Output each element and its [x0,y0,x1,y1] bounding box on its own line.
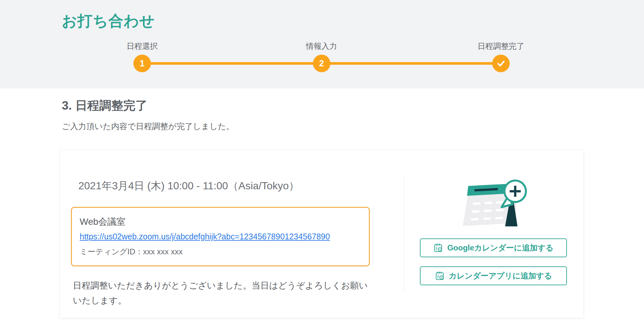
meeting-room-title: Web会議室 [80,216,361,228]
add-to-calendar-app-button[interactable]: カレンダーアプリに追加する [420,266,567,285]
vertical-divider [404,175,404,293]
section-description: ご入力頂いた内容で日程調整が完了しました。 [62,121,234,132]
thanks-message: 日程調整いただきありがとうございました。当日はどうぞよろしくお願いいたします。 [73,278,375,308]
page-header: お打ち合わせ 日程選択 1 情報入力 2 日程調整完了 [0,0,644,88]
calendar-actions-panel: Googleカレンダーに追加する カレンダーアプリに追加する [403,150,584,318]
meeting-details-panel: 2021年3月4日 (木) 10:00 - 11:00（Asia/Tokyo） … [60,150,403,318]
calendar-add-illustration-icon [461,175,535,230]
page-title: お打ち合わせ [62,11,155,31]
meeting-datetime: 2021年3月4日 (木) 10:00 - 11:00（Asia/Tokyo） [71,179,403,193]
web-meeting-box: Web会議室 https://us02web.zoom.us/j/abcdefg… [71,207,370,266]
zoom-meeting-link[interactable]: https://us02web.zoom.us/j/abcdefghijk?ab… [80,232,330,241]
step-number-badge: 1 [133,55,151,72]
step-label: 情報入力 [306,41,337,51]
step-number-badge: 2 [313,55,330,72]
button-label: Googleカレンダーに追加する [447,243,554,253]
step-complete: 日程調整完了 [468,41,533,72]
button-label: カレンダーアプリに追加する [449,271,552,281]
check-icon [492,55,510,72]
calendar-clock-icon [435,271,445,281]
calendar-clock-icon [433,243,443,253]
section-heading: 3. 日程調整完了 [62,98,147,114]
confirmation-card: 2021年3月4日 (木) 10:00 - 11:00（Asia/Tokyo） … [60,150,584,318]
meeting-id: ミーティングID：xxx xxx xxx [80,247,361,257]
step-info-input: 情報入力 2 [289,41,354,72]
screen: お打ち合わせ 日程選択 1 情報入力 2 日程調整完了 3. 日程調整 [0,0,644,322]
progress-stepper: 日程選択 1 情報入力 2 日程調整完了 [110,41,533,72]
step-label: 日程選択 [127,41,158,51]
step-label: 日程調整完了 [477,41,524,51]
add-to-google-calendar-button[interactable]: Googleカレンダーに追加する [420,238,567,257]
step-schedule-select: 日程選択 1 [110,41,175,72]
